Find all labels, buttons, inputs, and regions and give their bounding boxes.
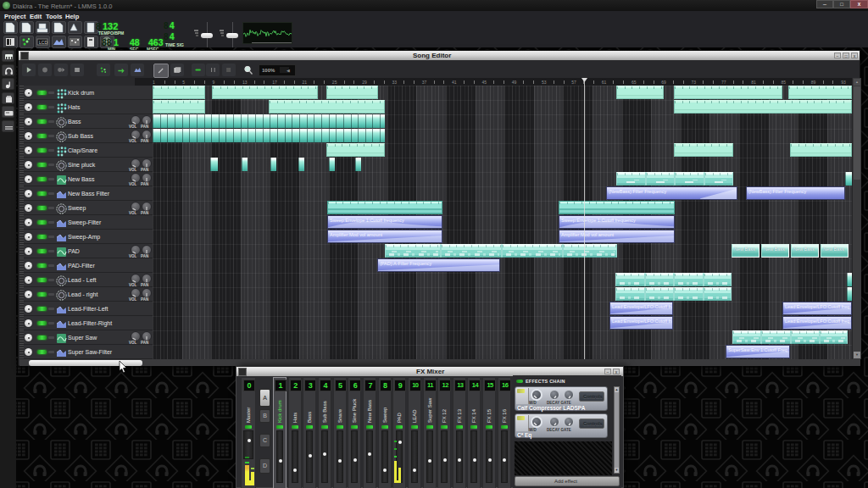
svg-text:LCD: LCD <box>39 40 47 45</box>
